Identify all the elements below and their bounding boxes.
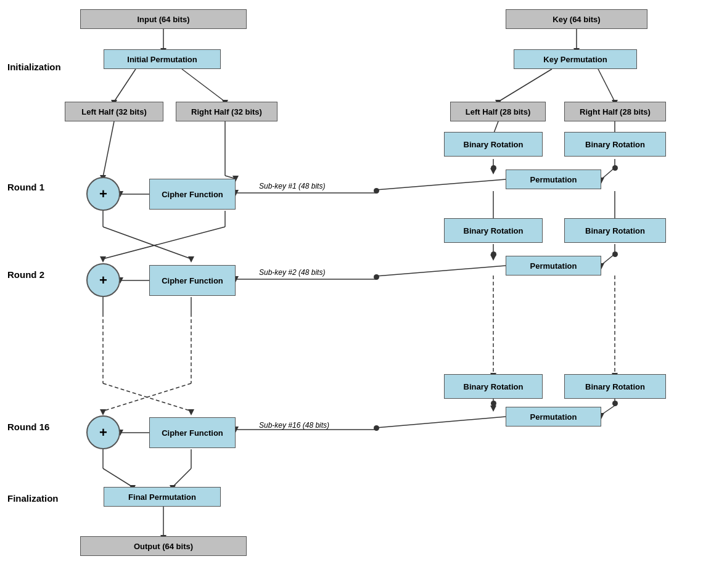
junction-dot-perm2-right <box>612 251 618 257</box>
svg-line-6 <box>182 69 225 102</box>
subkey2-label: Sub-key #2 (48 bits) <box>259 268 325 277</box>
left-half-key-box: Left Half (28 bits) <box>450 102 546 121</box>
final-perm-box: Final Permutation <box>104 487 221 507</box>
svg-line-47 <box>376 266 506 276</box>
svg-line-21 <box>376 179 506 190</box>
svg-marker-60 <box>188 409 194 415</box>
right-half-main-box: Right Half (32 bits) <box>176 102 277 121</box>
cipher-r1-box: Cipher Function <box>149 179 236 210</box>
junction-dot-perm16-right <box>612 401 618 406</box>
svg-line-10 <box>598 69 615 102</box>
round16-label: Round 16 <box>7 422 49 432</box>
bin-rot-2b-box: Binary Rotation <box>564 218 666 243</box>
svg-line-68 <box>601 406 615 415</box>
svg-line-57 <box>103 383 191 411</box>
junction-dot-subkey1 <box>374 188 379 194</box>
junction-dot-perm1-left <box>491 165 496 171</box>
left-half-main-box: Left Half (32 bits) <box>65 102 163 121</box>
junction-dot-perm1-right <box>612 165 618 171</box>
junction-dot-subkey2 <box>374 274 379 280</box>
svg-line-58 <box>103 383 191 411</box>
subkey1-label: Sub-key #1 (48 bits) <box>259 182 325 190</box>
svg-line-8 <box>498 69 552 102</box>
key-box: Key (64 bits) <box>506 9 647 29</box>
diagram: Sub-key #1 (48 bits) Sub-key #2 (48 bits… <box>0 0 719 588</box>
cipher-r2-box: Cipher Function <box>149 265 236 296</box>
perm-16-box: Permutation <box>506 407 601 427</box>
perm-2-box: Permutation <box>506 256 601 276</box>
perm-1-box: Permutation <box>506 169 601 189</box>
svg-line-33 <box>103 227 191 259</box>
svg-line-36 <box>103 227 225 259</box>
subkey16-label: Sub-key #16 (48 bits) <box>259 421 329 430</box>
svg-marker-37 <box>100 256 106 263</box>
junction-dot-perm16-left <box>491 401 496 406</box>
bin-rot-16a-box: Binary Rotation <box>444 374 543 399</box>
bin-rot-1b-box: Binary Rotation <box>564 132 666 157</box>
initialization-label: Initialization <box>7 62 61 72</box>
svg-line-77 <box>103 468 133 487</box>
svg-marker-66 <box>490 406 496 412</box>
xor-r16-box: + <box>86 415 120 449</box>
svg-line-25 <box>103 121 114 177</box>
initial-perm-box: Initial Permutation <box>104 49 221 69</box>
svg-line-70 <box>376 417 506 428</box>
svg-marker-59 <box>100 409 106 415</box>
bin-rot-2a-box: Binary Rotation <box>444 218 543 243</box>
bin-rot-1a-box: Binary Rotation <box>444 132 543 157</box>
finalization-label: Finalization <box>7 493 59 504</box>
svg-line-4 <box>114 69 136 102</box>
junction-dot-perm2-left <box>491 251 496 257</box>
output-box: Output (64 bits) <box>80 536 247 556</box>
svg-line-80 <box>173 468 191 487</box>
round1-label: Round 1 <box>7 182 44 192</box>
svg-marker-34 <box>188 256 194 263</box>
xor-r1-box: + <box>86 177 120 211</box>
key-perm-box: Key Permutation <box>514 49 637 69</box>
junction-dot-subkey16 <box>374 425 379 431</box>
round2-label: Round 2 <box>7 269 44 280</box>
bin-rot-16b-box: Binary Rotation <box>564 374 666 399</box>
input-box: Input (64 bits) <box>80 9 247 29</box>
xor-r2-box: + <box>86 263 120 297</box>
cipher-r16-box: Cipher Function <box>149 417 236 448</box>
right-half-key-box: Right Half (28 bits) <box>564 102 666 121</box>
